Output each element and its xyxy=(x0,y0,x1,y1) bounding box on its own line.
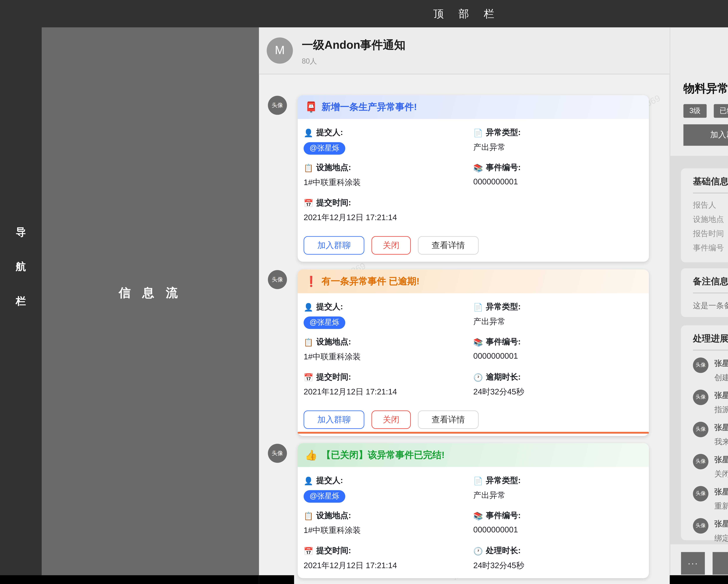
user-avatar: 头像 xyxy=(693,485,708,501)
group-avatar: M xyxy=(267,37,293,63)
nav-label-char: 航 xyxy=(16,260,26,273)
info-row: 报告人 @张星烁 xyxy=(693,198,728,212)
field-label: 提交人: xyxy=(316,127,343,138)
field-value: 2021年12月12日 17:21:14 xyxy=(304,560,473,571)
card-header: 👍 【已关闭】该异常事件已完结! xyxy=(297,443,649,467)
field-submit-time: 📅提交时间: 2021年12月12日 17:21:14 xyxy=(304,546,473,574)
field-label: 提交时间: xyxy=(316,546,351,556)
progress-panel: 处理进展 头像 张星烁2021.12.12 15:45 创建了异常事件 头像 张… xyxy=(681,325,728,540)
field-location: 📋设施地点: 1#中联重科涂装 xyxy=(304,162,473,190)
field-label: 异常类型: xyxy=(486,475,521,486)
info-row: 报告时间 2021–12–12 15:34 xyxy=(693,226,728,241)
books-icon: 📚 xyxy=(473,511,483,520)
user-avatar: 头像 xyxy=(693,518,708,533)
sender-avatar: 头像 xyxy=(268,270,287,289)
group-sidebar-panel: Andon助手 物料异常–缺少木料 3级 已结束 处理时间：xx天xx时xx分 … xyxy=(670,27,728,575)
progress-entries: 头像 张星烁2021.12.12 15:45 创建了异常事件 头像 张星烁202… xyxy=(693,357,728,544)
clock-icon: 🕐 xyxy=(473,546,483,555)
field-label: 事件编号: xyxy=(486,510,521,521)
event-card-new: 📮 新增一条生产异常事件! 👤提交人: @张星烁 📄异常类型: 产出异常 xyxy=(297,95,649,262)
document-icon: 📄 xyxy=(473,303,483,311)
entry-name: 张星烁 xyxy=(714,519,728,528)
join-group-button[interactable]: 加入群聊 xyxy=(304,236,364,255)
entry-name: 张星烁 xyxy=(714,455,728,464)
user-avatar: 头像 xyxy=(693,357,708,372)
field-anomaly-type: 📄异常类型: 产出异常 xyxy=(473,302,643,330)
sidebar-scroll-area[interactable]: 基础信息 报告人 @张星烁 设施地点 开料1 报告时间 2021–12–12 1… xyxy=(670,156,728,544)
calendar-icon: 📅 xyxy=(304,198,313,207)
field-label: 事件编号: xyxy=(486,162,521,173)
field-submitter: 👤提交人: @张星烁 xyxy=(304,475,473,503)
entry-action: 我来更新一条进展.... xyxy=(714,436,728,447)
field-process-duration: 🕐处理时长: 24时32分45秒 xyxy=(473,546,643,574)
user-avatar: 头像 xyxy=(693,454,708,469)
join-group-button[interactable]: 加入群聊 xyxy=(683,124,728,145)
mention-pill[interactable]: @张星烁 xyxy=(304,490,345,503)
progress-entry: 头像 张星烁2021.12.12 15:45 创建了异常事件 xyxy=(693,357,728,383)
card-actions: 加入群聊 关闭 查看详情 xyxy=(304,236,643,255)
field-label: 异常类型: xyxy=(486,302,521,312)
more-actions-button[interactable]: ··· xyxy=(681,552,705,574)
field-empty xyxy=(473,197,643,225)
view-details-button[interactable]: 查看详情 xyxy=(418,411,478,429)
field-label: 异常类型: xyxy=(486,127,521,138)
field-label: 提交时间: xyxy=(316,372,351,383)
progress-entry: 头像 张星烁2021.12.12 15:45 关闭了异常事件 xyxy=(693,454,728,479)
field-value: 2021年12月12日 17:21:14 xyxy=(304,387,473,397)
message-row: 头像 📮 新增一条生产异常事件! 👤提交人: @张星烁 📄异常类型: 产 xyxy=(268,95,649,262)
nav-label-char: 导 xyxy=(16,225,26,239)
books-icon: 📚 xyxy=(473,337,483,346)
message-list[interactable]: 张星烁 7369 张星烁 7369 张星烁 7369 张星烁 7369 张星烁 … xyxy=(259,74,670,584)
field-label: 提交人: xyxy=(316,475,343,486)
view-details-button[interactable]: 查看详情 xyxy=(418,236,478,255)
close-event-button[interactable]: 关闭 xyxy=(371,411,411,429)
document-icon: 📄 xyxy=(473,476,483,485)
entry-action: 关闭了异常事件 xyxy=(714,469,728,479)
entry-action: 重新打开了异常事件 xyxy=(714,501,728,511)
thumbs-up-icon: 👍 xyxy=(305,449,317,461)
card-title: 【已关闭】该异常事件已完结! xyxy=(322,449,445,461)
chat-title: 一级Andon事件通知 xyxy=(302,37,406,53)
event-title: 物料异常–缺少木料 xyxy=(683,81,728,96)
sender-avatar: 头像 xyxy=(268,444,287,463)
progress-entry: 头像 张星烁2021.12.12 15:45 绑定了复盘文档 xyxy=(693,518,728,544)
nav-sidebar[interactable]: 导 航 栏 xyxy=(0,27,42,575)
remark-panel: 备注信息 这是一条备注信息 xyxy=(681,268,728,317)
field-submit-time: 📅提交时间: 2021年12月12日 17:21:14 xyxy=(304,197,473,225)
chat-column: M 一级Andon事件通知 80人 张星烁 7369 张星烁 7369 张星烁 … xyxy=(259,27,670,584)
field-value: 24时32分45秒 xyxy=(473,560,643,571)
field-value: 0000000001 xyxy=(473,177,643,186)
info-row: 设施地点 开料1 xyxy=(693,212,728,226)
field-anomaly-type: 📄异常类型: 产出异常 xyxy=(473,475,643,503)
field-submitter: 👤提交人: @张星烁 xyxy=(304,302,473,330)
field-value: 产出异常 xyxy=(473,490,643,501)
card-header: ❗ 有一条异常事件 已逾期! xyxy=(297,270,649,293)
basic-info-panel: 基础信息 报告人 @张星烁 设施地点 开料1 报告时间 2021–12–12 1… xyxy=(681,168,728,262)
panel-title: 基础信息 xyxy=(693,176,728,187)
reopen-button[interactable]: 重新打开 xyxy=(712,552,728,574)
user-icon: 👤 xyxy=(304,476,313,485)
event-card-overdue: ❗ 有一条异常事件 已逾期! 👤提交人: @张星烁 📄异常类型: 产出异常 xyxy=(297,270,649,436)
field-submitter: 👤提交人: @张星烁 xyxy=(304,127,473,155)
mention-pill[interactable]: @张星烁 xyxy=(304,316,345,329)
field-event-id: 📚事件编号: 0000000001 xyxy=(473,162,643,190)
field-event-id: 📚事件编号: 0000000001 xyxy=(473,337,643,365)
event-card-closed: 👍 【已关闭】该异常事件已完结! 👤提交人: @张星烁 📄异常类型: 产出异常 xyxy=(297,443,649,578)
user-icon: 👤 xyxy=(304,128,313,137)
card-body: 👤提交人: @张星烁 📄异常类型: 产出异常 📋设施地点: 1#中联重科涂装 xyxy=(297,467,649,574)
close-event-button[interactable]: 关闭 xyxy=(371,236,411,255)
entry-name: 张星烁 xyxy=(714,390,728,399)
feed-column[interactable]: 信 息 流 xyxy=(42,27,259,575)
field-value: 0000000001 xyxy=(473,352,643,360)
field-submit-time: 📅提交时间: 2021年12月12日 17:21:14 xyxy=(304,372,473,400)
message-row: 头像 👍 【已关闭】该异常事件已完结! 👤提交人: @张星烁 📄异常类型: xyxy=(268,443,649,578)
join-group-button[interactable]: 加入群聊 xyxy=(304,411,364,429)
entry-action: 绑定了复盘文档 xyxy=(714,533,728,544)
field-overdue-duration: 🕐逾期时长: 24时32分45秒 xyxy=(473,372,643,400)
calendar-icon: 📅 xyxy=(304,546,313,555)
panel-title: 备注信息 xyxy=(693,276,728,287)
mention-pill[interactable]: @张星烁 xyxy=(304,142,345,155)
user-avatar: 头像 xyxy=(693,389,708,405)
field-value: 24时32分45秒 xyxy=(473,387,643,397)
exclamation-icon: ❗ xyxy=(305,275,317,288)
